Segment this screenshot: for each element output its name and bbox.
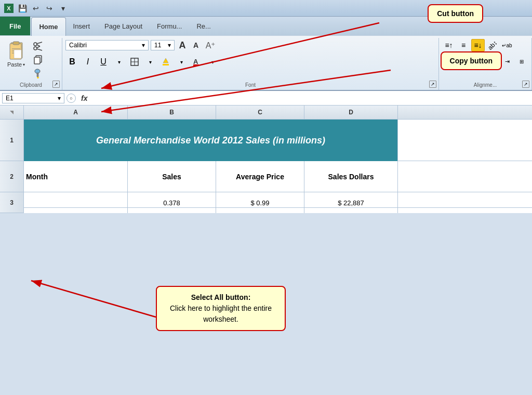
svg-point-7 [34,43,37,46]
column-headers: A B C D [0,106,532,120]
row-headers: 1 2 3 [0,120,24,213]
increase-font-button[interactable]: A [177,40,188,51]
clipboard-content: Paste ▾ [3,39,59,89]
copy-callout: Copy button [441,51,502,70]
align-top-button[interactable]: ≡↑ [442,39,456,51]
fx-button[interactable]: fx [81,94,87,102]
merged-cell-row1[interactable]: General Merchandise World 2012 Sales (in… [24,120,398,161]
select-all-triangle [10,111,14,114]
font-color-button[interactable]: A [190,56,204,68]
font-row1: Calibri ▾ 11 ▾ A A A⁺ [65,39,217,51]
svg-line-11 [37,45,40,46]
clipboard-small-buttons [31,40,45,80]
align-middle-button[interactable]: ≡ [457,39,470,51]
row-header-1[interactable]: 1 [0,120,23,161]
alignment-dialog-launcher[interactable]: ↗ [522,81,529,88]
font-dialog-launcher[interactable]: ↗ [429,81,436,88]
tab-file[interactable]: File [0,17,30,35]
cut-callout: Cut button [428,4,483,23]
redo-button[interactable]: ↪ [44,3,55,14]
increase-indent-button[interactable]: ⇥ [500,55,514,68]
svg-line-9 [37,42,42,44]
rows-area: 1 2 3 General Merchandise World 2012 Sal… [0,120,532,213]
row-header-3[interactable]: 3 [0,192,23,213]
svg-rect-6 [14,50,21,58]
svg-line-12 [37,46,40,48]
cell-a3[interactable] [24,192,128,213]
cell-b3[interactable]: 0.378 [128,192,216,213]
font-group: Calibri ▾ 11 ▾ A A A⁺ B I U [62,38,439,90]
align-bottom-button[interactable]: ≡↓ [471,39,485,51]
customize-button[interactable]: ▾ [57,3,69,14]
fill-color-arrow[interactable]: ▾ [175,56,188,68]
cell-b2[interactable]: Sales [128,161,216,192]
vert-align-row: ≡↑ ≡ ≡↓ ab↕ ↵ab [442,39,514,51]
svg-text:A: A [193,58,198,65]
text-effects-button[interactable]: A⁺ [204,39,217,51]
cell-a2[interactable]: Month [24,161,128,192]
formula-input[interactable] [90,91,530,105]
italic-button[interactable]: I [81,56,95,68]
svg-marker-17 [37,77,39,78]
spreadsheet-area: A B C D 1 2 3 General Merchandise World … [0,106,532,213]
formula-circle[interactable]: ○ [66,94,76,103]
svg-line-10 [37,49,42,50]
tab-page-layout[interactable]: Page Layout [97,17,150,35]
underline-arrow[interactable]: ▾ [112,56,126,68]
svg-point-8 [34,47,37,50]
row-1: General Merchandise World 2012 Sales (in… [24,120,532,161]
underline-button[interactable]: U [97,56,110,68]
cell-d2[interactable]: Sales Dollars [304,161,398,192]
font-content: Calibri ▾ 11 ▾ A A A⁺ B I U [65,39,435,89]
cell-d3[interactable]: $ 22,887 [304,192,398,213]
cell-c3[interactable]: $ 0.99 [216,192,304,213]
name-box[interactable]: E1 ▾ [2,93,64,103]
svg-rect-23 [193,64,199,66]
merge-center-button[interactable]: ⊞ [515,55,528,68]
tab-formulas[interactable]: Formu... [150,17,189,35]
bold-button[interactable]: B [65,56,79,68]
cells-area: General Merchandise World 2012 Sales (in… [24,120,532,213]
font-color-arrow[interactable]: ▾ [206,56,219,68]
clipboard-dialog-launcher[interactable]: ↗ [52,81,60,88]
save-button[interactable]: 💾 [17,3,28,14]
font-label: Font [62,82,438,88]
svg-rect-14 [34,57,40,64]
alignment-label: Alignme... [439,82,531,88]
row-2: Month Sales Average Price Sales Dollars [24,161,532,192]
format-painter-button[interactable] [31,67,45,80]
tab-home[interactable]: Home [31,17,65,36]
cut-button[interactable] [31,40,45,52]
col-header-c[interactable]: C [216,106,304,119]
quick-access-toolbar: 💾 ↩ ↪ ▾ [17,3,69,14]
svg-rect-16 [37,73,38,77]
copy-button[interactable] [31,54,45,66]
clipboard-group: Paste ▾ [0,38,62,90]
paste-arrow: ▾ [23,62,25,67]
svg-rect-21 [163,64,169,65]
select-all-button[interactable] [0,106,24,119]
row-header-2[interactable]: 2 [0,161,23,192]
paste-button[interactable]: Paste ▾ [3,39,29,69]
font-name-selector[interactable]: Calibri ▾ [65,40,149,50]
borders-button[interactable] [128,56,141,68]
col-header-d[interactable]: D [304,106,398,119]
fill-color-button[interactable] [159,56,172,68]
decrease-font-button[interactable]: A [190,40,202,51]
font-row2: B I U ▾ ▾ [65,56,219,68]
formula-bar: E1 ▾ ○ fx [0,91,532,106]
col-header-b[interactable]: B [128,106,216,119]
wrap-text-button[interactable]: ↵ab [500,39,514,51]
paste-icon [7,41,25,61]
undo-button[interactable]: ↩ [30,3,42,14]
tab-insert[interactable]: Insert [66,17,98,35]
select-all-callout: Select All button: Click here to highlig… [156,286,286,331]
app-icon: X [4,4,14,13]
svg-rect-2 [13,42,19,45]
col-header-a[interactable]: A [24,106,128,119]
cell-c2[interactable]: Average Price [216,161,304,192]
font-size-selector[interactable]: 11 ▾ [151,40,175,50]
tab-review[interactable]: Re... [189,17,218,35]
svg-line-27 [31,281,156,317]
borders-arrow[interactable]: ▾ [143,56,157,68]
